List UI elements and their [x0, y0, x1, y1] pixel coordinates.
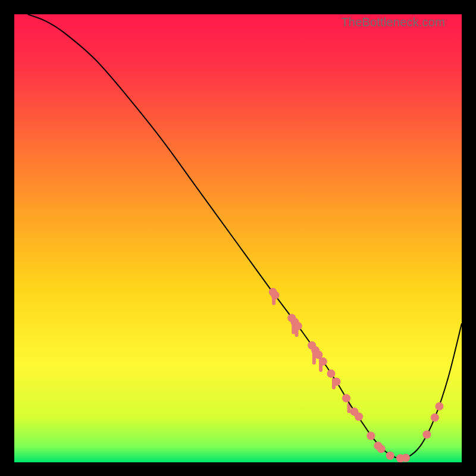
plot-background — [14, 14, 462, 462]
data-marker — [435, 402, 443, 411]
data-marker — [294, 322, 302, 330]
data-marker — [367, 432, 375, 440]
data-marker — [422, 430, 431, 439]
data-marker — [386, 452, 394, 460]
data-marker — [402, 453, 410, 462]
data-marker — [319, 358, 327, 366]
data-marker — [431, 414, 439, 422]
chart-frame: TheBottleneck.com — [14, 14, 462, 462]
data-marker — [377, 444, 386, 453]
data-marker — [327, 369, 335, 378]
data-marker — [342, 394, 350, 402]
data-marker — [271, 291, 279, 299]
data-marker — [355, 412, 363, 421]
chart-canvas — [14, 14, 462, 462]
watermark-label: TheBottleneck.com — [341, 15, 445, 29]
data-marker — [332, 377, 340, 386]
